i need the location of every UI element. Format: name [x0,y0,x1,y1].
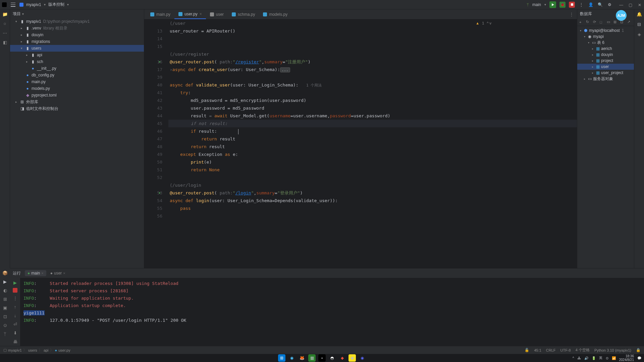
tree-item[interactable]: ●models.py [10,85,144,92]
line-separator[interactable]: CRLF [546,348,556,352]
commit-tool-icon[interactable]: ○ [2,20,8,27]
db-toolbar-icon[interactable]: ↗ [627,20,632,24]
scroll-icon[interactable]: ⬇ [12,329,18,336]
services-icon[interactable]: ⊞ [2,296,8,302]
ai-tool-icon[interactable]: ◈ [636,31,643,38]
gutter[interactable]: 13141516▶1739404142434445464748495051525… [144,19,168,268]
maximize-icon[interactable]: ▢ [629,3,633,7]
close-icon[interactable]: × [200,12,202,16]
project-name[interactable]: myapiv1 [26,2,41,7]
run-tab-user[interactable]: ●user× [48,270,68,276]
db-table[interactable]: ▸▦user [577,64,634,70]
bookmark-tool-icon[interactable]: ◧ [2,39,8,46]
db-server-objects[interactable]: ▸▭服务器对象 [577,76,634,82]
db-toolbar-icon[interactable]: □ [600,20,604,24]
clock[interactable]: 18:362024/8/21 [619,354,634,362]
project-tool-icon[interactable]: 📁 [2,11,8,17]
db-tables-folder[interactable]: ▾▭表 6 [577,40,634,46]
pycharm-icon[interactable]: ▪ [318,354,326,362]
close-icon[interactable]: ✕ [638,3,642,7]
db-toolbar-icon[interactable]: ↻ [586,20,591,24]
stop-button[interactable] [569,2,575,8]
tree-item[interactable]: ▾▮users [10,45,144,52]
system-tray[interactable]: ^ 🖧 🔊 🔋 英 ⊙ 📶 18:362024/8/21 💬 [573,354,641,362]
readonly-icon[interactable]: 🔒 [636,348,641,352]
notifications-icon[interactable]: 🔔 [636,11,643,17]
tree-item[interactable]: ▸⊞外部库 [10,99,144,105]
db-table[interactable]: ▸▦aerich [577,46,634,52]
database-tool-icon[interactable]: ⊟ [636,21,643,27]
run-tool-icon[interactable]: ▶ [2,278,8,285]
tray-chevron-icon[interactable]: ^ [573,356,574,360]
volume-icon[interactable]: 🔊 [584,356,588,360]
settings-icon[interactable]: ⚙ [606,2,612,8]
run-tab-main[interactable]: ●main× [25,270,46,276]
branch-name[interactable]: main [532,2,541,7]
tree-item[interactable]: ▸▮sch [10,58,144,65]
app-icon[interactable]: ◓ [328,354,336,362]
stop-icon[interactable] [13,288,17,293]
edge-icon[interactable]: ◉ [288,354,296,362]
network-icon[interactable]: 🖧 [578,356,581,360]
wifi-icon[interactable]: 📶 [612,356,616,360]
tree-item[interactable]: ●__init__.py [10,65,144,72]
more-tabs-icon[interactable]: ⋮ [570,12,574,17]
db-toolbar-icon[interactable]: ▭ [607,20,611,24]
app-icon[interactable] [2,2,7,7]
tab-schma[interactable]: schma.py [228,9,259,19]
tree-item[interactable]: ▸▮api [10,52,144,58]
chevron-down-icon[interactable]: ▾ [22,12,24,16]
git-icon[interactable]: ᛘ [2,330,8,337]
db-table[interactable]: ▸▦douyin [577,52,634,58]
code-editor[interactable]: ⟨/useruser_router = APIRouter()⟨/user/re… [168,19,577,268]
db-table[interactable]: ▸▦user_project [577,70,634,76]
terminal-icon[interactable]: ▣ [2,304,8,311]
db-toolbar-icon[interactable]: ⊞ [613,20,618,24]
app-icon[interactable]: ◉ [348,354,356,362]
tab-main[interactable]: main.py [146,9,174,19]
tree-item[interactable]: ▸▮douyin [10,32,144,38]
tab-user[interactable]: user [206,9,228,19]
tab-user-py[interactable]: user.py× [174,9,206,19]
code-with-me-icon[interactable]: 👤 [588,2,594,8]
app-icon[interactable]: ▦ [308,354,316,362]
python-packages-icon[interactable]: 📦 [2,269,8,276]
firefox-icon[interactable]: 🦊 [298,354,306,362]
tree-item[interactable]: ◨临时文件和控制台 [10,105,144,112]
database-tree[interactable]: ▾⬢myapi@localhost1 ▾◉myapi ▾▭表 6 ▸▦aeric… [577,26,634,268]
main-menu-button[interactable] [9,2,17,8]
soft-wrap-icon[interactable]: ⏎ [12,321,18,327]
down-icon[interactable]: ↓ [12,312,18,319]
print-icon[interactable]: 🖶 [12,338,18,345]
battery-icon[interactable]: 🔋 [592,356,596,360]
tab-models[interactable]: models.py [259,9,291,19]
input-icon[interactable]: 英 [599,356,602,360]
notification-icon[interactable]: 💬 [637,356,641,360]
breadcrumb[interactable]: ▢ myapiv1〉 users〉 api〉 ●user.py [3,348,70,353]
run-button[interactable] [549,1,556,8]
tree-item[interactable]: ▸▮migrations [10,38,144,45]
interpreter[interactable]: Python 3.10 (myapiv1) [594,348,631,352]
project-tree[interactable]: ▾▮myapiv1D:\python project\myapiv1 ▸▮.ve… [10,18,144,268]
vcs-menu[interactable]: 版本控制 [48,2,64,7]
close-icon[interactable]: × [41,271,43,275]
vcs-icon[interactable]: ⊙ [2,322,8,328]
close-icon[interactable]: × [63,271,65,275]
app-icon[interactable]: ◆ [338,354,346,362]
avatar[interactable]: AJM [616,10,627,21]
minimize-icon[interactable]: — [619,3,623,7]
tree-item[interactable]: ●main.py [10,78,144,85]
structure-tool-icon[interactable]: ⋯ [2,29,8,36]
more-actions-icon[interactable]: ⋮ [578,2,584,8]
db-table[interactable]: ▸▦project [577,58,634,64]
file-encoding[interactable]: UTF-8 [560,348,571,352]
lock-icon[interactable]: 🔓 [525,348,529,352]
rerun-icon[interactable]: ▶ [12,279,18,286]
problems-icon[interactable]: ⊡ [2,313,8,320]
more-icon[interactable]: ⊙ [606,356,608,360]
app-icon[interactable]: ◉ [359,354,366,362]
python-console-icon[interactable]: ◐ [2,287,8,294]
caret-position[interactable]: 45:1 [534,348,541,352]
tree-item[interactable]: ●db_config.py [10,72,144,78]
debug-button[interactable]: 🐞 [559,2,566,8]
